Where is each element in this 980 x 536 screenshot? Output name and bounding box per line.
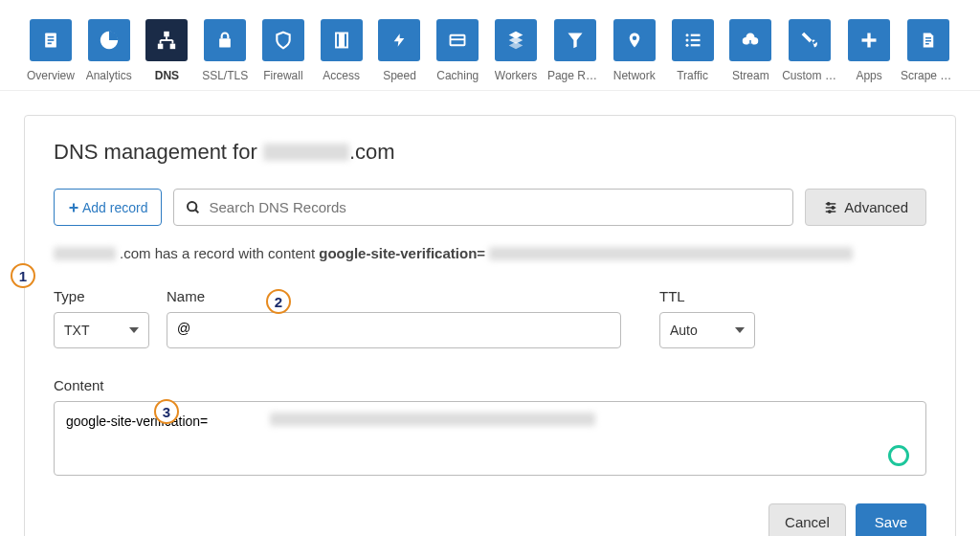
nav-tab-label: Workers xyxy=(495,69,537,82)
stack-icon xyxy=(495,19,537,61)
advanced-button[interactable]: Advanced xyxy=(805,189,926,226)
nav-tab-custom[interactable]: Custom P... xyxy=(782,19,837,82)
ttl-select[interactable]: Auto xyxy=(659,312,755,348)
nav-tab-speed[interactable]: Speed xyxy=(373,19,427,82)
nav-tab-access[interactable]: Access xyxy=(315,19,368,82)
svg-point-16 xyxy=(633,36,637,41)
nav-tab-label: Network xyxy=(613,69,656,82)
svg-rect-2 xyxy=(48,39,55,41)
nav-tab-label: Page Rules xyxy=(547,69,603,82)
cloud-icon xyxy=(729,19,771,61)
chevron-down-icon xyxy=(129,327,139,333)
dns-panel: DNS management for .com Add record Advan… xyxy=(24,115,956,536)
nav-tab-network[interactable]: Network xyxy=(608,19,661,82)
svg-rect-26 xyxy=(925,40,931,42)
ttl-label: TTL xyxy=(659,288,755,304)
nav-tab-stream[interactable]: Stream xyxy=(724,19,777,82)
nav-tab-traffic[interactable]: Traffic xyxy=(666,19,720,82)
panel-title: DNS management for .com xyxy=(54,140,926,165)
content-textarea[interactable] xyxy=(54,401,926,476)
hierarchy-icon xyxy=(145,19,188,61)
cancel-button[interactable]: Cancel xyxy=(768,503,846,536)
name-label: Name xyxy=(167,288,621,304)
shield-check-icon xyxy=(262,19,304,61)
svg-rect-4 xyxy=(165,32,170,37)
wrench-icon xyxy=(789,19,831,61)
svg-rect-27 xyxy=(925,43,929,45)
svg-point-36 xyxy=(832,206,834,208)
svg-point-17 xyxy=(685,34,688,36)
nav-tab-workers[interactable]: Workers xyxy=(489,19,543,82)
grammarly-icon xyxy=(888,445,909,466)
add-record-label: Add record xyxy=(82,200,147,215)
svg-rect-3 xyxy=(48,43,52,45)
svg-rect-5 xyxy=(158,44,164,49)
nav-tab-label: SSL/TLS xyxy=(202,69,248,82)
redacted-domain-sm xyxy=(54,247,116,260)
svg-point-21 xyxy=(685,44,688,47)
list-icon xyxy=(672,19,714,61)
record-form-row: Type TXT Name TTL Auto xyxy=(54,288,926,348)
svg-rect-1 xyxy=(48,36,55,38)
name-input[interactable] xyxy=(167,312,621,348)
info-text: .com has a record with content xyxy=(120,245,315,261)
nav-tab-caching[interactable]: Caching xyxy=(431,19,484,82)
nav-tab-label: Overview xyxy=(27,69,75,82)
svg-point-19 xyxy=(685,39,688,42)
lock-icon xyxy=(204,19,246,61)
svg-rect-29 xyxy=(70,207,78,209)
clipboard-icon xyxy=(30,19,72,61)
plus-small-icon xyxy=(68,202,79,213)
svg-rect-25 xyxy=(925,37,931,39)
type-select[interactable]: TXT xyxy=(54,312,149,348)
chevron-down-icon xyxy=(735,327,745,333)
svg-rect-22 xyxy=(690,44,700,46)
nav-tabs: Overview Analytics DNS SSL/TLS Firewall … xyxy=(0,0,980,91)
type-label: Type xyxy=(54,288,149,304)
pie-icon xyxy=(88,19,130,61)
title-prefix: DNS management for xyxy=(54,140,263,164)
info-line: .com has a record with content google-si… xyxy=(54,245,926,261)
svg-rect-20 xyxy=(690,39,700,41)
nav-tab-dns[interactable]: DNS xyxy=(141,19,194,82)
card-icon xyxy=(436,19,479,61)
plus-icon xyxy=(848,19,890,61)
nav-tab-scrape[interactable]: Scrape S... xyxy=(901,19,956,82)
funnel-icon xyxy=(554,19,596,61)
redacted-domain xyxy=(263,144,349,161)
add-record-button[interactable]: Add record xyxy=(54,189,162,226)
nav-tab-label: Analytics xyxy=(86,69,132,82)
nav-tab-firewall[interactable]: Firewall xyxy=(256,19,310,82)
svg-point-37 xyxy=(829,210,831,212)
nav-tab-analytics[interactable]: Analytics xyxy=(82,19,136,82)
nav-tab-label: Apps xyxy=(856,69,881,82)
annotation-badge-1: 1 xyxy=(11,263,35,288)
nav-tab-overview[interactable]: Overview xyxy=(24,19,78,82)
nav-tab-pagerules[interactable]: Page Rules xyxy=(547,19,603,82)
svg-line-31 xyxy=(195,210,198,212)
annotation-badge-3: 3 xyxy=(154,399,179,424)
advanced-label: Advanced xyxy=(844,199,908,215)
nav-tab-ssl[interactable]: SSL/TLS xyxy=(198,19,252,82)
nav-tab-apps[interactable]: Apps xyxy=(842,19,896,82)
redacted-verification xyxy=(489,247,853,260)
search-icon xyxy=(186,200,201,215)
nav-tab-label: Traffic xyxy=(677,69,708,82)
annotation-badge-2: 2 xyxy=(266,289,291,314)
search-input[interactable] xyxy=(209,190,781,225)
nav-tab-label: Custom P... xyxy=(782,69,837,82)
nav-tab-label: Scrape S... xyxy=(901,69,956,82)
doc-icon xyxy=(907,19,949,61)
info-bold: google-site-verification= xyxy=(319,245,485,261)
nav-tab-label: Caching xyxy=(436,69,479,82)
svg-rect-24 xyxy=(862,38,877,41)
nav-tab-label: Speed xyxy=(383,69,416,82)
svg-rect-6 xyxy=(170,44,176,49)
content-label: Content xyxy=(54,377,926,393)
svg-rect-18 xyxy=(690,34,700,36)
nav-tab-label: Access xyxy=(323,69,360,82)
save-button[interactable]: Save xyxy=(856,503,926,536)
search-wrapper xyxy=(173,189,793,226)
title-suffix: .com xyxy=(349,140,395,164)
svg-rect-11 xyxy=(219,38,231,47)
